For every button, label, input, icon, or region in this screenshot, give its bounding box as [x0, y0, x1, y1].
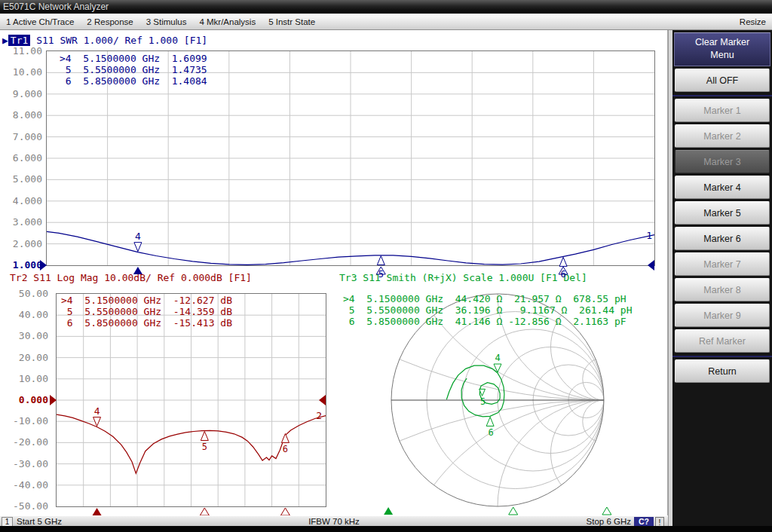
tr2-ytick-0: 50.00 [6, 288, 48, 299]
tr1-ytick-9: 2.000 [0, 238, 42, 249]
marker-6-stimulus-icon [602, 507, 611, 515]
correction-status-badge: C? [634, 517, 654, 526]
svg-text:6: 6 [560, 269, 565, 280]
tr1-ytick-6: 5.000 [0, 173, 42, 185]
trace3-descriptor: S11 Smith (R+jX) Scale 1.000U [F1 Del] [357, 272, 587, 283]
marker-6-triangle-icon [559, 257, 567, 266]
marker-5-triangle-icon [201, 431, 208, 440]
tr1-ytick-8: 3.000 [0, 216, 42, 228]
svg-text:6: 6 [283, 444, 288, 454]
bottom-strip [0, 526, 772, 532]
menu-item-4-mkr-analysis[interactable]: 4 Mkr/Analysis [199, 17, 256, 26]
tr3-marker-row-6: 6 5.8500000 GHz 41.146 Ω -12.856 Ω 2.116… [343, 316, 633, 327]
softkey-marker-7: Marker 7 [675, 252, 770, 276]
tr2-ytick-7: -20.00 [6, 436, 48, 448]
softkey-return[interactable]: Return [675, 359, 770, 383]
trace2-marker-readout: >4 5.1500000 GHz -12.627 dB 5 5.5500000 … [61, 295, 232, 329]
svg-text:4: 4 [135, 231, 141, 242]
svg-text:5: 5 [378, 269, 384, 280]
svg-text:5: 5 [480, 396, 486, 407]
softkey-marker-8: Marker 8 [675, 278, 770, 301]
menu-item-2-response[interactable]: 2 Response [87, 17, 133, 26]
tr3-marker-row-4: >4 5.1500000 GHz 44.420 Ω 21.957 Ω 678.5… [343, 293, 633, 304]
softkey-all-off[interactable]: All OFF [675, 69, 770, 92]
marker-6-triangle-icon [486, 417, 494, 426]
tr2-ytick-4: 10.00 [6, 373, 48, 384]
tr3-marker-6[interactable]: 6 [486, 417, 611, 515]
marker-5-stimulus-icon [509, 507, 518, 515]
softkey-buttons: All OFFMarker 1Marker 2Marker 3Marker 4M… [672, 69, 772, 383]
softkey-marker-2: Marker 2 [675, 124, 770, 148]
tr2-ytick-1: 40.00 [6, 309, 48, 320]
tr1-ytick-4: 7.000 [0, 131, 42, 142]
trace1-label: Tr1 [8, 35, 30, 46]
menu-item-1-active-ch-trace[interactable]: 1 Active Ch/Trace [6, 17, 74, 26]
tr3-marker-row-5: 5 5.5500000 GHz 36.196 Ω 9.1167 Ω 261.44… [343, 304, 633, 316]
svg-text:4: 4 [495, 353, 500, 363]
softkey-marker-9: Marker 9 [675, 304, 770, 327]
tr2-marker-row-6: 6 5.8500000 GHz -15.413 dB [61, 317, 232, 329]
softkey-menu-title: Clear Marker Menu [674, 32, 770, 66]
tr3-marker-4[interactable]: 4 [384, 353, 501, 515]
trace3-marker-readout: >4 5.1500000 GHz 44.420 Ω 21.957 Ω 678.5… [343, 293, 633, 327]
tr2-ytick-6: -10.00 [6, 415, 48, 427]
marker-4-triangle-icon [134, 243, 142, 252]
softkey-separator [672, 95, 772, 96]
menu-item-3-stimulus[interactable]: 3 Stimulus [146, 17, 187, 26]
softkey-marker-4[interactable]: Marker 4 [675, 176, 770, 199]
tr2-ytick-5: 0.000 [6, 394, 48, 405]
menu-bar: 1 Active Ch/Trace2 Response3 Stimulus4 M… [0, 14, 772, 30]
tr2-marker-6[interactable]: 6 [280, 433, 290, 515]
tr2-ytick-10: -50.00 [6, 500, 48, 512]
tr1-ytick-7: 4.000 [0, 195, 42, 206]
tr1-marker-row-4: >4 5.1500000 GHz 1.6099 [60, 53, 207, 64]
trace1-header[interactable]: ▶Tr1 S11 SWR 1.000/ Ref 1.000 [F1] [2, 35, 207, 46]
tr1-marker-row-5: 5 5.5500000 GHz 1.4735 [60, 64, 207, 75]
marker-4-stimulus-icon [384, 507, 393, 515]
tr2-marker-row-5: 5 5.5500000 GHz -14.359 dB [61, 306, 232, 317]
tr1-ytick-3: 8.000 [0, 109, 42, 121]
resize-button[interactable]: Resize [740, 17, 766, 26]
marker-6-triangle-icon [281, 433, 289, 442]
softkey-marker-6[interactable]: Marker 6 [675, 227, 770, 250]
tr3-trace-loop-0 [446, 365, 504, 417]
menu-items: 1 Active Ch/Trace2 Response3 Stimulus4 M… [6, 17, 328, 26]
tr2-ref-level-right-icon [319, 395, 326, 405]
trace1-descriptor: S11 SWR 1.000/ Ref 1.000 [F1] [30, 35, 207, 46]
softkey-marker-1: Marker 1 [675, 99, 770, 122]
tr1-ytick-5: 6.000 [0, 152, 42, 164]
trace2-header[interactable]: Tr2 S11 Log Mag 10.00dB/ Ref 0.000dB [F1… [10, 272, 252, 283]
marker-5-triangle-icon [377, 256, 384, 265]
active-trace-arrow-icon: ▶ [2, 35, 8, 46]
tr1-ytick-2: 9.000 [0, 88, 42, 99]
trace1-marker-readout: >4 5.1500000 GHz 1.6099 5 5.5500000 GHz … [60, 53, 207, 87]
tr1-ytick-10: 1.000 [0, 259, 42, 271]
softkey-marker-5[interactable]: Marker 5 [675, 201, 770, 225]
tr2-ytick-3: 20.00 [6, 352, 48, 363]
svg-text:4: 4 [94, 405, 100, 417]
softkey-marker-3[interactable]: Marker 3 [675, 150, 770, 173]
trace2-label: Tr2 [10, 272, 27, 283]
tr1-trace-number: 1 [646, 230, 652, 241]
tr1-marker-row-6: 6 5.8500000 GHz 1.4084 [60, 75, 207, 87]
ifbw-label: IFBW 70 kHz [0, 516, 668, 527]
status-bar: 1 Start 5 GHz IFBW 70 kHz Stop 6 GHz C? … [0, 515, 668, 527]
tr2-trace-number: 2 [316, 410, 322, 421]
tr2-ytick-9: -40.00 [6, 479, 48, 491]
svg-text:6: 6 [489, 427, 494, 438]
tr1-ytick-0: 11.00 [0, 45, 42, 57]
softkey-ref-marker: Ref Marker [675, 329, 770, 353]
tr2-ytick-8: -30.00 [6, 458, 48, 469]
softkey-separator [672, 356, 772, 357]
window-title: E5071C Network Analyzer [3, 2, 109, 12]
tr2-marker-5[interactable]: 5 [200, 431, 209, 515]
svg-text:5: 5 [202, 442, 207, 452]
softkey-menu: Clear Marker Menu All OFFMarker 1Marker … [672, 30, 772, 532]
menu-item-5-instr-state[interactable]: 5 Instr State [268, 17, 315, 26]
trace3-label: Tr3 [339, 272, 357, 283]
tr2-marker-row-4: >4 5.1500000 GHz -12.627 dB [61, 295, 232, 306]
stop-frequency-label: Stop 6 GHz [587, 516, 631, 527]
tr1-ytick-1: 10.00 [0, 66, 42, 78]
tr2-ytick-2: 30.00 [6, 330, 48, 341]
window-title-bar[interactable]: E5071C Network Analyzer [0, 0, 772, 14]
